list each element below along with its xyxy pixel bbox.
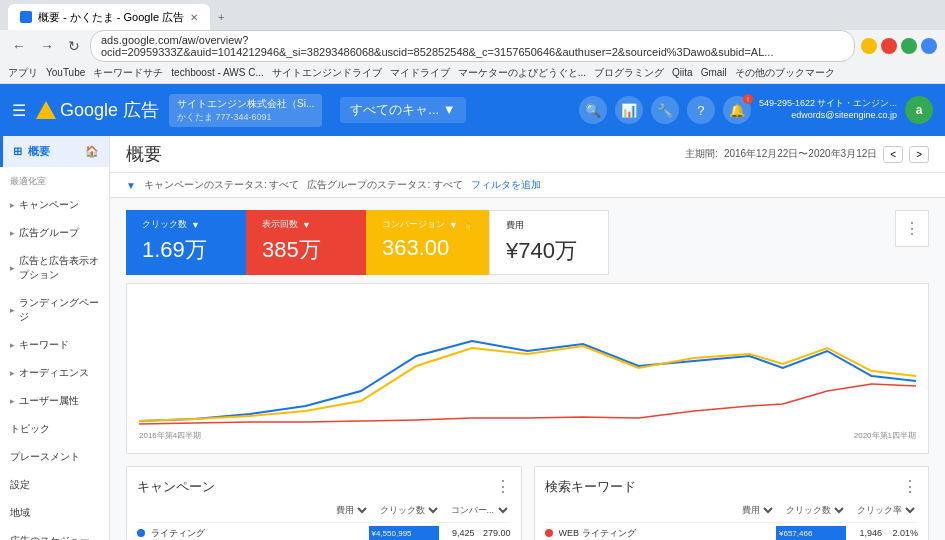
kw-col-clicks-select[interactable]: クリック数 bbox=[782, 504, 847, 516]
back-button[interactable]: ← bbox=[8, 36, 30, 56]
sidebar-item-schedule[interactable]: 広告のスケジュール bbox=[0, 527, 109, 540]
forward-button[interactable]: → bbox=[36, 36, 58, 56]
content-area: 概要 主期間: 2016年12月22日〜2020年3月12日 < > ▼ キャン… bbox=[110, 136, 945, 540]
keyword-cost-bar-0: ¥657,466 bbox=[776, 526, 846, 540]
extension-icon-3[interactable] bbox=[901, 38, 917, 54]
search-icon-button[interactable]: 🔍 bbox=[579, 96, 607, 124]
tab-title: 概要 - かくたま - Google 広告 bbox=[38, 10, 184, 25]
extension-icon-2[interactable] bbox=[881, 38, 897, 54]
expand-icon-keyword: ▸ bbox=[10, 340, 15, 350]
sidebar-item-settings[interactable]: 設定 bbox=[0, 471, 109, 499]
kw-col-cost-select[interactable]: 費用 bbox=[738, 504, 776, 516]
url-input[interactable]: ads.google.com/aw/overview?ocid=20959333… bbox=[90, 30, 855, 62]
bookmark-programming[interactable]: ブログラミング bbox=[594, 66, 664, 80]
kw-col-ctr-select[interactable]: クリック率 bbox=[853, 504, 918, 516]
cost-bar-fill-0: ¥4,550,995 bbox=[369, 526, 439, 540]
tools-icon[interactable]: 🔧 bbox=[651, 96, 679, 124]
col-conv-label: コンバー... bbox=[447, 504, 511, 516]
bookmark-marketer[interactable]: マーケターのよびどうぐと... bbox=[458, 66, 586, 80]
col-conv-select[interactable]: コンバー... bbox=[447, 504, 511, 516]
overview-icon: ⊞ bbox=[13, 145, 22, 158]
hamburger-menu[interactable]: ☰ bbox=[12, 101, 26, 120]
date-prev-button[interactable]: < bbox=[883, 146, 903, 163]
notification-icon[interactable]: 🔔 ! bbox=[723, 96, 751, 124]
help-icon[interactable]: ? bbox=[687, 96, 715, 124]
bottom-row: キャンペーン ⋮ 費用 クリック数 コンバー... bbox=[126, 466, 929, 540]
keyword-panel-more[interactable]: ⋮ bbox=[902, 477, 918, 496]
extension-icon-1[interactable] bbox=[861, 38, 877, 54]
stat-card-clicks[interactable]: クリック数 ▼ 1.69万 bbox=[126, 210, 246, 275]
sidebar-item-topics[interactable]: トピック bbox=[0, 415, 109, 443]
sidebar-item-region[interactable]: 地域 bbox=[0, 499, 109, 527]
impressions-value: 385万 bbox=[262, 235, 350, 265]
bookmark-youtube[interactable]: YouTube bbox=[46, 67, 85, 78]
cursor-icon: 👆 bbox=[462, 220, 473, 230]
bookmark-mydrive[interactable]: マイドライブ bbox=[390, 66, 450, 80]
bookmark-gmail[interactable]: Gmail bbox=[701, 67, 727, 78]
line-chart bbox=[139, 296, 916, 426]
new-tab-button[interactable]: + bbox=[210, 7, 232, 27]
sidebar: ⊞ 概要 🏠 最適化室 ▸ キャンペーン ▸ 広告グループ ▸ 広告と広告表示オ… bbox=[0, 136, 110, 540]
bookmark-more[interactable]: その他のブックマーク bbox=[735, 66, 835, 80]
sidebar-item-landing[interactable]: ▸ ランディングページ bbox=[0, 289, 109, 331]
chart-labels: 2016年第4四半期 2020年第1四半期 bbox=[139, 430, 916, 441]
more-options-button[interactable]: ⋮ bbox=[895, 210, 929, 247]
add-filter-button[interactable]: フィルタを追加 bbox=[471, 178, 541, 192]
stat-card-impressions[interactable]: 表示回数 ▼ 385万 bbox=[246, 210, 366, 275]
extension-icon-4[interactable] bbox=[921, 38, 937, 54]
campaign-panel-more[interactable]: ⋮ bbox=[495, 477, 511, 496]
stat-card-conversions[interactable]: コンバージョン ▼ 👆 363.00 bbox=[366, 210, 489, 275]
reload-button[interactable]: ↻ bbox=[64, 36, 84, 56]
account-phone: かくたま 777-344-6091 bbox=[177, 111, 314, 124]
sidebar-label-region: 地域 bbox=[10, 506, 30, 520]
sidebar-item-ads[interactable]: ▸ 広告と広告表示オプション bbox=[0, 247, 109, 289]
bookmark-qiita[interactable]: Qiita bbox=[672, 67, 693, 78]
kw-col-ctr-label: クリック率 bbox=[853, 504, 918, 516]
browser-chrome: 概要 - かくたま - Google 広告 ✕ + ← → ↻ ads.goog… bbox=[0, 0, 945, 84]
expand-icon-landing: ▸ bbox=[10, 305, 15, 315]
expand-icon-campaign: ▸ bbox=[10, 200, 15, 210]
account-avatar[interactable]: a bbox=[905, 96, 933, 124]
sidebar-item-placement[interactable]: プレースメント bbox=[0, 443, 109, 471]
campaign-selector-caret: ▼ bbox=[443, 102, 456, 117]
notification-badge: ! bbox=[743, 94, 753, 104]
sidebar-item-audience[interactable]: ▸ オーディエンス bbox=[0, 359, 109, 387]
kw-col-cost-label: 費用 bbox=[738, 504, 776, 516]
conversions-value: 363.00 bbox=[382, 235, 473, 261]
campaign-row-0: ライティング ¥4,550,995 9,425 279.00 bbox=[137, 522, 511, 540]
keyword-dot-0 bbox=[545, 529, 553, 537]
sidebar-overview-label: 概要 bbox=[28, 144, 50, 159]
campaign-selector[interactable]: すべてのキャ... ▼ bbox=[340, 97, 465, 123]
date-range-selector[interactable]: 主期間: 2016年12月22日〜2020年3月12日 < > bbox=[685, 146, 929, 163]
sidebar-item-adgroup[interactable]: ▸ 広告グループ bbox=[0, 219, 109, 247]
bookmark-techboost[interactable]: techboost - AWS C... bbox=[171, 67, 263, 78]
col-cost-select[interactable]: 費用 bbox=[332, 504, 370, 516]
active-tab[interactable]: 概要 - かくたま - Google 広告 ✕ bbox=[8, 4, 210, 30]
tab-close-button[interactable]: ✕ bbox=[190, 12, 198, 23]
stat-card-cost[interactable]: 費用 ¥740万 bbox=[489, 210, 609, 275]
browser-icons bbox=[861, 38, 937, 54]
bookmark-apps[interactable]: アプリ bbox=[8, 66, 38, 80]
sidebar-label-campaign: キャンペーン bbox=[19, 198, 79, 212]
home-icon: 🏠 bbox=[85, 145, 99, 158]
tab-favicon bbox=[20, 11, 32, 23]
sidebar-item-keyword[interactable]: ▸ キーワード bbox=[0, 331, 109, 359]
date-next-button[interactable]: > bbox=[909, 146, 929, 163]
adgroup-status-filter[interactable]: 広告グループのステータス: すべて bbox=[307, 178, 463, 192]
account-email-text: edwords@siteengine.co.jp bbox=[759, 110, 897, 122]
col-clicks-select[interactable]: クリック数 bbox=[376, 504, 441, 516]
col-cost-label: 費用 bbox=[332, 504, 370, 516]
campaign-panel-header: キャンペーン ⋮ bbox=[137, 477, 511, 496]
sidebar-item-demographics[interactable]: ▸ ユーザー属性 bbox=[0, 387, 109, 415]
bookmark-siteengine-drive[interactable]: サイトエンジンドライブ bbox=[272, 66, 382, 80]
bookmark-keyword[interactable]: キーワードサチ bbox=[93, 66, 163, 80]
sidebar-section-optimize: 最適化室 bbox=[0, 167, 109, 191]
sidebar-item-overview[interactable]: ⊞ 概要 🏠 bbox=[0, 136, 109, 167]
reports-icon[interactable]: 📊 bbox=[615, 96, 643, 124]
account-info[interactable]: サイトエンジン株式会社（Si... かくたま 777-344-6091 bbox=[169, 94, 322, 127]
campaign-dot-0 bbox=[137, 529, 145, 537]
sidebar-item-campaign[interactable]: ▸ キャンペーン bbox=[0, 191, 109, 219]
campaign-status-filter[interactable]: キャンペーンのステータス: すべて bbox=[144, 178, 300, 192]
keyword-ctr-0: 2.01% bbox=[888, 528, 918, 538]
keyword-panel-cols: 費用 クリック数 クリック率 bbox=[545, 504, 919, 516]
